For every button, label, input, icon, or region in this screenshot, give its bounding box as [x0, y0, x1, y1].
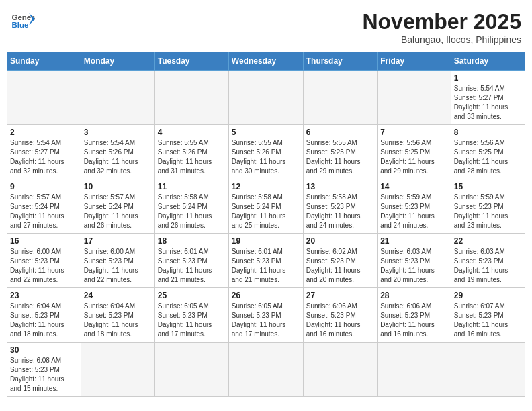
title-block: November 2025 Balungao, Ilocos, Philippi…: [362, 9, 521, 45]
calendar-day-cell: 18Sunrise: 6:01 AM Sunset: 5:23 PM Dayli…: [154, 234, 228, 288]
day-number: 3: [84, 128, 152, 137]
day-number: 15: [454, 182, 522, 191]
day-info: Sunrise: 6:00 AM Sunset: 5:23 PM Dayligh…: [10, 247, 78, 285]
calendar-day-cell: 10Sunrise: 5:57 AM Sunset: 5:24 PM Dayli…: [81, 179, 154, 234]
day-number: 1: [454, 73, 522, 83]
calendar-day-cell: 26Sunrise: 6:05 AM Sunset: 5:23 PM Dayli…: [228, 288, 303, 342]
day-info: Sunrise: 5:55 AM Sunset: 5:26 PM Dayligh…: [158, 138, 226, 176]
day-number: 14: [380, 182, 448, 191]
calendar-day-cell: 5Sunrise: 5:55 AM Sunset: 5:26 PM Daylig…: [228, 125, 303, 179]
calendar-day-cell: [378, 71, 451, 125]
day-info: Sunrise: 5:55 AM Sunset: 5:26 PM Dayligh…: [232, 138, 300, 176]
day-number: 24: [84, 291, 152, 300]
day-info: Sunrise: 6:08 AM Sunset: 5:23 PM Dayligh…: [10, 356, 78, 394]
calendar-day-cell: 30Sunrise: 6:08 AM Sunset: 5:23 PM Dayli…: [7, 342, 81, 397]
day-number: 4: [158, 128, 226, 137]
day-number: 11: [158, 182, 226, 191]
day-number: 29: [454, 291, 522, 300]
calendar-day-cell: [228, 71, 303, 125]
calendar-day-cell: [303, 71, 377, 125]
day-number: 28: [380, 291, 448, 300]
day-info: Sunrise: 5:54 AM Sunset: 5:26 PM Dayligh…: [84, 138, 152, 176]
day-of-week-header: Wednesday: [228, 52, 303, 71]
page-header: General Blue November 2025 Balungao, Ilo…: [7, 7, 525, 48]
day-of-week-header: Tuesday: [154, 52, 228, 71]
day-number: 21: [380, 236, 448, 246]
calendar-day-cell: 24Sunrise: 6:04 AM Sunset: 5:23 PM Dayli…: [81, 288, 154, 342]
calendar-day-cell: 29Sunrise: 6:07 AM Sunset: 5:23 PM Dayli…: [451, 288, 525, 342]
day-number: 8: [454, 128, 522, 137]
calendar-day-cell: 25Sunrise: 6:05 AM Sunset: 5:23 PM Dayli…: [154, 288, 228, 342]
day-info: Sunrise: 5:57 AM Sunset: 5:24 PM Dayligh…: [10, 193, 78, 230]
calendar-day-cell: [154, 71, 228, 125]
day-info: Sunrise: 5:54 AM Sunset: 5:27 PM Dayligh…: [10, 138, 78, 176]
day-number: 16: [10, 236, 78, 246]
day-number: 23: [10, 291, 78, 300]
calendar-day-cell: 17Sunrise: 6:00 AM Sunset: 5:23 PM Dayli…: [81, 234, 154, 288]
calendar-day-cell: 9Sunrise: 5:57 AM Sunset: 5:24 PM Daylig…: [7, 179, 81, 234]
calendar-day-cell: [81, 342, 154, 397]
day-number: 12: [232, 182, 300, 191]
calendar-day-cell: 20Sunrise: 6:02 AM Sunset: 5:23 PM Dayli…: [303, 234, 377, 288]
day-number: 17: [84, 236, 152, 246]
calendar-day-cell: 6Sunrise: 5:55 AM Sunset: 5:25 PM Daylig…: [303, 125, 377, 179]
day-info: Sunrise: 6:03 AM Sunset: 5:23 PM Dayligh…: [454, 247, 522, 285]
day-info: Sunrise: 5:56 AM Sunset: 5:25 PM Dayligh…: [454, 138, 522, 176]
logo-icon: General Blue: [11, 9, 35, 34]
calendar-day-cell: 16Sunrise: 6:00 AM Sunset: 5:23 PM Dayli…: [7, 234, 81, 288]
day-number: 25: [158, 291, 226, 300]
day-number: 20: [306, 236, 374, 246]
day-info: Sunrise: 6:07 AM Sunset: 5:23 PM Dayligh…: [454, 302, 522, 339]
calendar-day-cell: [451, 342, 525, 397]
calendar-day-cell: 21Sunrise: 6:03 AM Sunset: 5:23 PM Dayli…: [378, 234, 451, 288]
calendar-day-cell: 19Sunrise: 6:01 AM Sunset: 5:23 PM Dayli…: [228, 234, 303, 288]
day-info: Sunrise: 5:58 AM Sunset: 5:24 PM Dayligh…: [158, 193, 226, 230]
day-info: Sunrise: 5:55 AM Sunset: 5:25 PM Dayligh…: [306, 138, 374, 176]
calendar-header-row: SundayMondayTuesdayWednesdayThursdayFrid…: [7, 52, 525, 71]
day-number: 6: [306, 128, 374, 137]
location: Balungao, Ilocos, Philippines: [362, 34, 521, 45]
calendar-week-row: 30Sunrise: 6:08 AM Sunset: 5:23 PM Dayli…: [7, 342, 525, 397]
calendar-day-cell: [81, 71, 154, 125]
calendar-day-cell: 28Sunrise: 6:06 AM Sunset: 5:23 PM Dayli…: [378, 288, 451, 342]
day-info: Sunrise: 6:01 AM Sunset: 5:23 PM Dayligh…: [158, 247, 226, 285]
day-of-week-header: Saturday: [451, 52, 525, 71]
day-info: Sunrise: 5:59 AM Sunset: 5:23 PM Dayligh…: [380, 193, 448, 230]
day-info: Sunrise: 6:03 AM Sunset: 5:23 PM Dayligh…: [380, 247, 448, 285]
day-number: 7: [380, 128, 448, 137]
day-info: Sunrise: 6:05 AM Sunset: 5:23 PM Dayligh…: [158, 302, 226, 339]
day-of-week-header: Sunday: [7, 52, 81, 71]
day-number: 26: [232, 291, 300, 300]
logo: General Blue: [11, 9, 35, 34]
day-info: Sunrise: 5:58 AM Sunset: 5:23 PM Dayligh…: [306, 193, 374, 230]
calendar-day-cell: [378, 342, 451, 397]
day-of-week-header: Monday: [81, 52, 154, 71]
calendar-week-row: 1Sunrise: 5:54 AM Sunset: 5:27 PM Daylig…: [7, 71, 525, 125]
day-number: 9: [10, 182, 78, 191]
day-number: 10: [84, 182, 152, 191]
day-info: Sunrise: 6:00 AM Sunset: 5:23 PM Dayligh…: [84, 247, 152, 285]
day-of-week-header: Thursday: [303, 52, 377, 71]
day-info: Sunrise: 6:02 AM Sunset: 5:23 PM Dayligh…: [306, 247, 374, 285]
day-of-week-header: Friday: [378, 52, 451, 71]
day-number: 19: [232, 236, 300, 246]
day-number: 30: [10, 345, 78, 355]
calendar-day-cell: [7, 71, 81, 125]
calendar-day-cell: 7Sunrise: 5:56 AM Sunset: 5:25 PM Daylig…: [378, 125, 451, 179]
day-info: Sunrise: 5:58 AM Sunset: 5:24 PM Dayligh…: [232, 193, 300, 230]
calendar-day-cell: 8Sunrise: 5:56 AM Sunset: 5:25 PM Daylig…: [451, 125, 525, 179]
calendar-table: SundayMondayTuesdayWednesdayThursdayFrid…: [7, 52, 525, 397]
day-info: Sunrise: 6:06 AM Sunset: 5:23 PM Dayligh…: [380, 302, 448, 339]
day-number: 18: [158, 236, 226, 246]
day-info: Sunrise: 5:57 AM Sunset: 5:24 PM Dayligh…: [84, 193, 152, 230]
calendar-day-cell: 15Sunrise: 5:59 AM Sunset: 5:23 PM Dayli…: [451, 179, 525, 234]
day-number: 22: [454, 236, 522, 246]
calendar-day-cell: 11Sunrise: 5:58 AM Sunset: 5:24 PM Dayli…: [154, 179, 228, 234]
day-info: Sunrise: 5:54 AM Sunset: 5:27 PM Dayligh…: [454, 84, 522, 122]
calendar-day-cell: 13Sunrise: 5:58 AM Sunset: 5:23 PM Dayli…: [303, 179, 377, 234]
calendar-day-cell: 4Sunrise: 5:55 AM Sunset: 5:26 PM Daylig…: [154, 125, 228, 179]
calendar-day-cell: 14Sunrise: 5:59 AM Sunset: 5:23 PM Dayli…: [378, 179, 451, 234]
calendar-day-cell: [303, 342, 377, 397]
calendar-week-row: 2Sunrise: 5:54 AM Sunset: 5:27 PM Daylig…: [7, 125, 525, 179]
calendar-day-cell: 27Sunrise: 6:06 AM Sunset: 5:23 PM Dayli…: [303, 288, 377, 342]
